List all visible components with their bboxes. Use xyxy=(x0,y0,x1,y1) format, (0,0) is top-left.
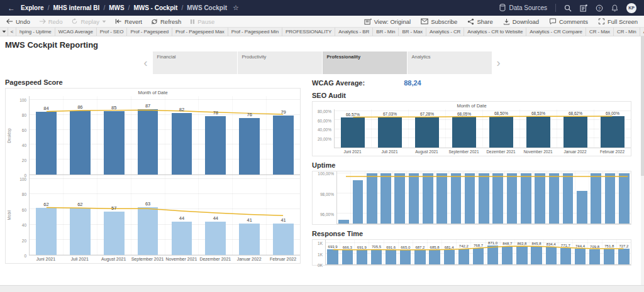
bar-seo-audit-2[interactable] xyxy=(415,117,438,148)
bar-response-time-5[interactable] xyxy=(400,250,411,264)
refresh-button[interactable]: Refresh xyxy=(151,18,181,25)
bar-pagespeed-mobil-0[interactable] xyxy=(36,208,57,255)
bar-seo-audit-1[interactable] xyxy=(378,117,401,148)
bar-response-time-13[interactable] xyxy=(516,246,527,264)
bar-uptime-7[interactable] xyxy=(436,173,447,224)
bar-response-time-16[interactable] xyxy=(560,248,571,264)
bar-response-time-20[interactable] xyxy=(618,249,629,264)
tab-analytics-cr-to-website[interactable]: Analytics - CR to Website xyxy=(464,28,526,36)
bar-response-time-6[interactable] xyxy=(414,250,425,264)
tab-professionality[interactable]: PROFESSIONALITY xyxy=(282,28,335,36)
bar-response-time-2[interactable] xyxy=(357,250,367,264)
bar-pagespeed-desktop-5[interactable] xyxy=(205,116,226,175)
bar-uptime-2[interactable] xyxy=(367,173,377,224)
help-icon[interactable]: ? xyxy=(596,4,603,12)
bar-pagespeed-desktop-3[interactable] xyxy=(138,109,158,175)
bar-seo-audit-0[interactable] xyxy=(341,117,364,148)
bar-response-time-7[interactable] xyxy=(429,250,440,264)
notifications-bell-icon[interactable] xyxy=(611,4,618,12)
tab-analytics-br[interactable]: Analytics - BR xyxy=(335,28,373,36)
bar-response-time-8[interactable] xyxy=(444,250,455,264)
bar-pagespeed-mobil-7[interactable] xyxy=(273,224,294,255)
bar-uptime-6[interactable] xyxy=(423,173,433,224)
bar-response-time-0[interactable] xyxy=(327,249,338,264)
nav-card-financial[interactable]: Financial xyxy=(153,51,237,74)
bar-uptime-15[interactable] xyxy=(549,173,560,224)
bar-response-time-15[interactable] xyxy=(546,247,557,264)
bar-uptime-20[interactable] xyxy=(619,173,630,224)
bar-uptime-18[interactable] xyxy=(591,173,601,224)
bar-pagespeed-desktop-6[interactable] xyxy=(239,118,260,175)
breadcrumb-item-mhs-internal-bi[interactable]: MHS internal BI xyxy=(53,4,99,11)
bar-pagespeed-desktop-1[interactable] xyxy=(70,111,91,175)
tab-analytics-cr[interactable]: Analytics - CR xyxy=(426,28,464,36)
favorite-star-icon[interactable]: ☆ xyxy=(233,4,239,12)
bar-response-time-17[interactable] xyxy=(575,249,586,264)
bar-pagespeed-desktop-0[interactable] xyxy=(36,112,57,175)
tab-cr-min[interactable]: CR - Min xyxy=(614,28,640,36)
subscribe-button[interactable]: Subscribe xyxy=(421,18,457,25)
bar-uptime-3[interactable] xyxy=(380,173,391,224)
nav-card-productivity[interactable]: Productivity xyxy=(238,51,322,74)
bar-uptime-4[interactable] xyxy=(394,173,405,224)
bar-pagespeed-mobil-2[interactable] xyxy=(104,212,125,255)
bar-response-time-10[interactable] xyxy=(473,248,484,264)
download-button[interactable]: Download xyxy=(503,18,539,25)
bar-uptime-1[interactable] xyxy=(353,180,364,224)
bar-response-time-4[interactable] xyxy=(386,250,396,264)
nav-card-analytics[interactable]: Analytics xyxy=(408,51,492,74)
breadcrumb-item-mws-cockpit[interactable]: MWS Cockpit xyxy=(187,4,227,11)
bar-seo-audit-3[interactable] xyxy=(452,117,475,148)
bar-response-time-11[interactable] xyxy=(487,246,498,264)
bar-uptime-8[interactable] xyxy=(451,173,462,224)
bar-pagespeed-mobil-4[interactable] xyxy=(172,222,192,255)
bar-uptime-13[interactable] xyxy=(521,173,531,224)
back-arrow-icon[interactable]: ← xyxy=(8,4,15,13)
tab-scroll-left-button[interactable]: < xyxy=(8,28,16,36)
fullscreen-button[interactable]: Full Screen xyxy=(598,18,638,25)
comments-button[interactable]: Comments xyxy=(549,18,588,25)
search-icon[interactable] xyxy=(564,4,572,12)
share-button[interactable]: Share xyxy=(467,18,492,25)
tab-analytics-cr-compare[interactable]: Analytics - CR Compare xyxy=(526,28,586,36)
bar-uptime-5[interactable] xyxy=(409,173,419,224)
breadcrumb-item-mws-cockpit[interactable]: MWS - Cockpit xyxy=(133,4,177,11)
tab-prof-pagespeed-min[interactable]: Prof - Pagespeed Min xyxy=(228,28,282,36)
bar-response-time-3[interactable] xyxy=(371,249,382,264)
bar-pagespeed-mobil-3[interactable] xyxy=(138,207,158,255)
tab-prof-seo[interactable]: Prof - SEO xyxy=(97,28,128,36)
sheet-list-caret-button[interactable] xyxy=(0,28,8,36)
breadcrumb-item-explore[interactable]: Explore xyxy=(21,4,44,11)
view-button[interactable]: View: Original xyxy=(364,18,411,25)
bar-response-time-12[interactable] xyxy=(502,246,513,264)
bar-seo-audit-7[interactable] xyxy=(601,116,624,148)
bar-uptime-14[interactable] xyxy=(535,173,545,224)
bar-pagespeed-mobil-5[interactable] xyxy=(205,222,226,255)
bar-uptime-11[interactable] xyxy=(492,173,503,224)
bar-pagespeed-mobil-6[interactable] xyxy=(239,224,260,255)
bar-pagespeed-desktop-2[interactable] xyxy=(104,111,125,175)
bar-uptime-9[interactable] xyxy=(465,173,475,224)
tab-wcag-average[interactable]: WCAG Average xyxy=(55,28,97,36)
tab-prof-pagespeed[interactable]: Prof - Pagespeed xyxy=(127,28,172,36)
tab-br-max[interactable]: BR - Max xyxy=(399,28,426,36)
bar-uptime-0[interactable] xyxy=(338,220,349,224)
user-avatar[interactable]: KP xyxy=(626,3,636,13)
tab-hping-uptime[interactable]: hping - Uptime xyxy=(16,28,55,36)
whats-new-icon[interactable] xyxy=(580,4,587,12)
bar-seo-audit-5[interactable] xyxy=(526,116,550,148)
bar-uptime-19[interactable] xyxy=(605,173,616,224)
bar-uptime-10[interactable] xyxy=(479,173,489,224)
undo-button[interactable]: Undo xyxy=(6,18,30,25)
revert-button[interactable]: Revert xyxy=(115,18,142,25)
nav-chevron-right-icon[interactable]: › xyxy=(495,57,502,68)
bar-uptime-17[interactable] xyxy=(577,191,587,224)
scrollbar-thumb[interactable] xyxy=(641,36,644,176)
bar-response-time-19[interactable] xyxy=(604,249,614,264)
tab-cr-max[interactable]: CR - Max xyxy=(586,28,614,36)
bar-pagespeed-mobil-1[interactable] xyxy=(70,208,91,255)
vertical-scrollbar[interactable] xyxy=(641,36,644,285)
bar-uptime-12[interactable] xyxy=(507,173,518,224)
bar-pagespeed-desktop-4[interactable] xyxy=(172,113,192,175)
tab-br-min[interactable]: BR - Min xyxy=(373,28,399,36)
